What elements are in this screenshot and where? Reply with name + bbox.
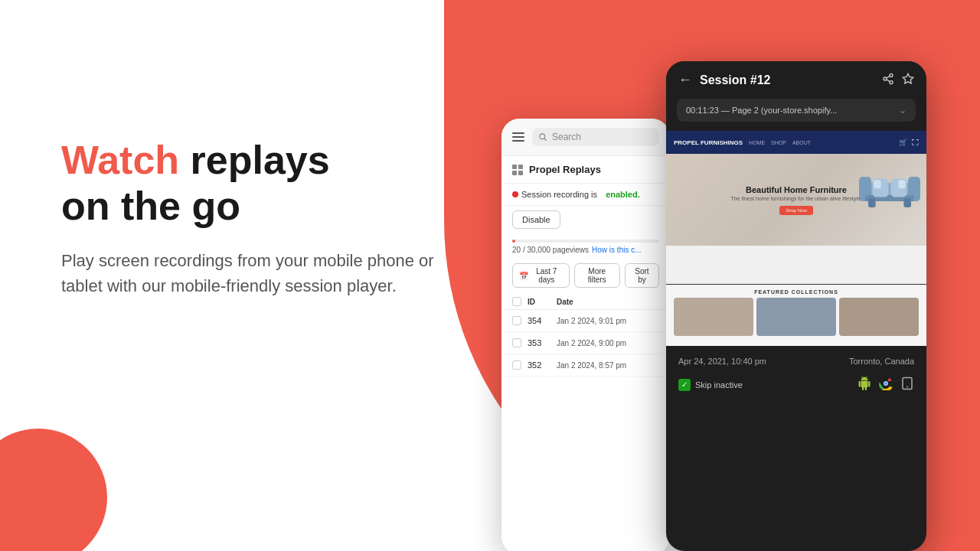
featured-title: FEATURED COLLECTIONS: [674, 289, 919, 295]
store-brand: PROPEL FURNISHINGS: [674, 139, 743, 146]
store-icons: 🛒 ⛶: [899, 139, 919, 146]
featured-item-2: [756, 298, 836, 336]
headline: Watch replayson the go: [61, 138, 475, 230]
svg-marker-7: [903, 73, 913, 83]
svg-point-20: [884, 382, 887, 385]
featured-item-3: [839, 298, 919, 336]
filter-last7-button[interactable]: 📅 Last 7 days: [512, 263, 570, 288]
progress-link[interactable]: How is this c...: [592, 246, 641, 254]
url-bar[interactable]: 00:11:23 — Page 2 (your-store.shopify...…: [677, 99, 916, 122]
progress-text: 20 / 30,000 pageviews How is this c...: [512, 246, 659, 254]
hamburger-icon[interactable]: [512, 132, 524, 142]
progress-bar-fill: [512, 240, 515, 243]
svg-rect-13: [903, 198, 911, 207]
filters-row: 📅 Last 7 days More filters Sort by: [501, 257, 670, 294]
hero-title: Beautiful Home Furniture: [730, 185, 861, 194]
cart-icon: 🛒: [899, 139, 907, 146]
skip-inactive-row: ✓ Skip inactive: [678, 379, 743, 391]
session-location: Torronto, Canada: [849, 357, 914, 366]
progress-value: 20 / 30,000 pageviews: [512, 246, 589, 254]
hero-area: Beautiful Home Furniture The finest home…: [666, 154, 926, 246]
search-text: Search: [552, 132, 581, 142]
nav-link: ABOUT: [792, 140, 811, 145]
checkmark-icon: ✓: [681, 381, 688, 389]
session-status-label: Session recording is: [521, 190, 597, 199]
url-chevron-icon: ⌄: [899, 105, 906, 116]
nav-link: HOME: [749, 140, 765, 145]
subtext: Play screen recordings from your mobile …: [61, 248, 475, 298]
bg-coral-bottom: [0, 429, 107, 551]
row-id: 354: [528, 316, 550, 325]
table-row[interactable]: 354 Jan 2 2024, 9:01 pm: [501, 310, 670, 332]
row-id: 352: [528, 360, 550, 370]
player-controls: ✓ Skip inactive: [678, 377, 914, 393]
featured-item-1: [674, 298, 753, 336]
svg-rect-16: [874, 180, 881, 188]
app-name: Propel Replays: [529, 164, 601, 175]
svg-point-2: [890, 73, 893, 77]
col-id-header: ID: [528, 298, 550, 306]
star-icon[interactable]: [902, 73, 914, 88]
row-id: 353: [528, 338, 550, 347]
svg-line-5: [887, 80, 890, 82]
phone-left-header: Search: [501, 119, 670, 156]
table-row[interactable]: 353 Jan 2 2024, 9:00 pm: [501, 332, 670, 354]
session-status-bar: Session recording is enabled.: [501, 184, 670, 206]
svg-point-3: [884, 77, 887, 80]
app-grid-icon: [512, 165, 523, 175]
store-nav-bar: PROPEL FURNISHINGS HOME SHOP ABOUT 🛒 ⛶: [666, 131, 926, 154]
sort-by-button[interactable]: Sort by: [625, 263, 659, 288]
tablet-icon: [900, 377, 914, 393]
search-icon: [538, 132, 547, 142]
session-meta: Apr 24, 2021, 10:40 pm Torronto, Canada: [678, 357, 914, 366]
player-header: ← Session #12: [666, 61, 926, 99]
player-footer: Apr 24, 2021, 10:40 pm Torronto, Canada …: [666, 346, 926, 404]
row-date: Jan 2 2024, 8:57 pm: [557, 361, 626, 370]
row-checkbox[interactable]: [512, 360, 521, 370]
svg-line-1: [544, 139, 547, 141]
svg-rect-17: [898, 180, 906, 188]
share-icon[interactable]: [882, 73, 894, 88]
table-row[interactable]: 352 Jan 2 2024, 8:57 pm: [501, 354, 670, 377]
featured-grid: [674, 298, 919, 336]
chrome-icon: [879, 377, 893, 393]
disable-button[interactable]: Disable: [512, 210, 560, 229]
android-icon: [858, 377, 871, 393]
row-checkbox[interactable]: [512, 316, 521, 325]
phone-left-mockup: Search Propel Replays Session recording …: [501, 119, 670, 551]
row-date: Jan 2 2024, 9:00 pm: [557, 339, 626, 347]
svg-line-6: [887, 76, 890, 78]
nav-link: SHOP: [771, 140, 786, 145]
left-content: Watch replayson the go Play screen recor…: [61, 138, 475, 298]
hero-cta-button[interactable]: Shop Now: [779, 206, 813, 215]
header-checkbox[interactable]: [512, 297, 521, 306]
row-checkbox[interactable]: [512, 338, 521, 347]
calendar-icon: 📅: [519, 272, 528, 280]
back-icon[interactable]: ←: [678, 72, 692, 88]
more-filters-button[interactable]: More filters: [574, 263, 620, 288]
store-nav-links: HOME SHOP ABOUT: [749, 140, 811, 145]
platform-icons: [858, 377, 914, 393]
app-row: Propel Replays: [501, 156, 670, 184]
session-date: Apr 24, 2021, 10:40 pm: [678, 357, 766, 366]
search-bar[interactable]: Search: [532, 128, 659, 146]
svg-rect-12: [868, 198, 876, 207]
skip-inactive-checkbox[interactable]: ✓: [678, 379, 691, 391]
url-text: 00:11:23 — Page 2 (your-store.shopify...: [686, 106, 837, 115]
hero-sub: The finest home furnishings for the urba…: [730, 196, 861, 201]
session-title: Session #12: [700, 73, 874, 87]
col-date-header: Date: [557, 298, 573, 306]
status-dot: [512, 191, 518, 197]
expand-icon: ⛶: [912, 139, 919, 146]
skip-inactive-label: Skip inactive: [695, 380, 743, 390]
svg-point-4: [890, 80, 893, 83]
phone-right-mockup: ← Session #12 00:11:23 — Page 2 (your-st…: [666, 61, 926, 551]
table-header: ID Date: [501, 294, 670, 310]
headline-watch: Watch: [61, 138, 179, 182]
session-status-value: enabled.: [606, 190, 640, 199]
hero-text-overlay: Beautiful Home Furniture The finest home…: [730, 185, 861, 215]
row-date: Jan 2 2024, 9:01 pm: [557, 317, 626, 325]
progress-bar-bg: [512, 240, 659, 243]
featured-section: FEATURED COLLECTIONS: [666, 285, 926, 346]
player-screenshot: PROPEL FURNISHINGS HOME SHOP ABOUT 🛒 ⛶ B…: [666, 131, 926, 284]
